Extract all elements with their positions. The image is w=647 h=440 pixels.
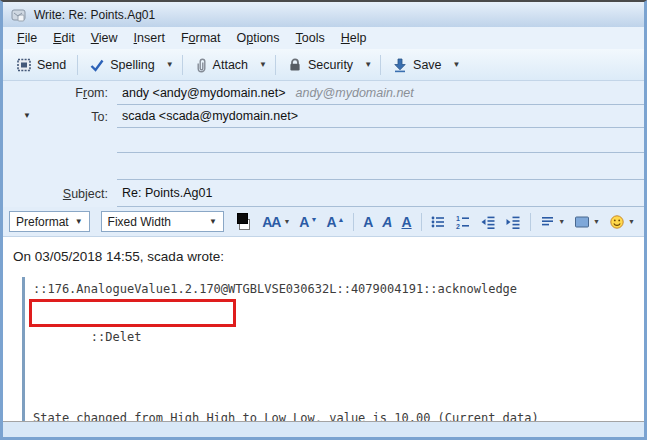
to-address: scada <scada@mydomain.net>: [122, 109, 298, 123]
label-part: F: [75, 86, 83, 100]
smaller-font-button[interactable]: A ▼: [296, 213, 320, 231]
address-type-dropdown[interactable]: ▼: [17, 109, 37, 122]
text-color-picker[interactable]: [237, 213, 250, 230]
outdent-button[interactable]: [477, 212, 499, 232]
attach-label: Attach: [213, 58, 248, 72]
red-annotation-box: [29, 299, 236, 327]
chevron-down-icon: ▼: [209, 217, 217, 226]
menu-file[interactable]: File: [9, 29, 45, 47]
save-dropdown-caret[interactable]: ▼: [449, 56, 465, 73]
toolbar-separator: [421, 213, 422, 231]
larger-font-button[interactable]: A ▲: [323, 213, 347, 231]
italic-icon: A: [382, 215, 392, 229]
menu-edit[interactable]: Edit: [45, 29, 83, 47]
insert-object-button[interactable]: ▼: [571, 213, 603, 231]
font-size-button[interactable]: AA ▼: [259, 213, 293, 231]
font-select[interactable]: Fixed Width ▼: [101, 211, 224, 232]
send-button[interactable]: Send: [9, 53, 73, 77]
menu-label-part: O: [236, 31, 246, 45]
italic-button[interactable]: A: [379, 213, 395, 231]
send-icon: [16, 57, 32, 73]
quoted-message: ::176.AnalogueValue1.2.170@WTGBLVSE03063…: [22, 277, 644, 421]
subject-row: Subject: Re: Points.Ag01: [3, 180, 644, 207]
subject-field[interactable]: Re: Points.Ag01: [117, 180, 644, 207]
svg-text:1: 1: [456, 215, 460, 222]
chevron-down-icon: ▼: [558, 218, 565, 225]
save-button[interactable]: Save: [385, 53, 449, 77]
attach-button[interactable]: Attach: [187, 53, 255, 77]
from-field[interactable]: andy <andy@mydomain.net> andy@mydomain.n…: [117, 81, 644, 105]
menu-label-mnemonic: E: [53, 31, 61, 45]
bullet-list-button[interactable]: [427, 212, 449, 232]
smaller-font-icon: A: [299, 215, 309, 229]
menu-insert[interactable]: Insert: [126, 29, 173, 47]
triangle-down-icon: ▼: [310, 216, 317, 223]
menu-label-part: ile: [25, 31, 38, 45]
chevron-down-icon: ▼: [283, 218, 290, 225]
menu-view[interactable]: View: [83, 29, 126, 47]
formatting-toolbar: Preformat ▼ Fixed Width ▼ AA ▼ A ▼ A ▲ A…: [3, 207, 644, 237]
toolbar-separator: [530, 213, 531, 231]
bold-button[interactable]: A: [360, 213, 376, 231]
align-text-icon: [540, 214, 555, 229]
smiley-button[interactable]: ▼: [606, 212, 638, 232]
spelling-button[interactable]: Spelling: [82, 53, 161, 77]
menu-options[interactable]: Options: [228, 29, 287, 47]
spelling-label: Spelling: [110, 58, 154, 72]
menu-label-part: elp: [350, 31, 367, 45]
compose-window: Write: Re: Points.Ag01 File Edit View In…: [0, 0, 647, 440]
menu-label-part: iew: [99, 31, 118, 45]
security-dropdown-caret[interactable]: ▼: [360, 56, 376, 73]
save-label: Save: [413, 58, 442, 72]
from-address: andy <andy@mydomain.net>: [122, 86, 285, 100]
menu-label-mnemonic: F: [17, 31, 25, 45]
from-row: From: andy <andy@mydomain.net> andy@mydo…: [3, 81, 644, 105]
save-arrow-icon: [392, 57, 408, 73]
numbered-list-button[interactable]: 1 2: [452, 212, 474, 232]
bold-icon: A: [363, 215, 373, 229]
quoted-line: ::176.AnalogueValue1.2.170@WTGBLVSE03063…: [33, 277, 644, 301]
reply-attribution-line: On 03/05/2018 14:55, scada wrote:: [13, 249, 644, 264]
smiley-icon: [609, 214, 625, 230]
from-label: From:: [3, 86, 117, 100]
svg-text:2: 2: [456, 222, 460, 229]
quoted-blank-line: [33, 397, 644, 406]
underline-icon: A: [401, 215, 411, 229]
message-body-editor[interactable]: On 03/05/2018 14:55, scada wrote: ::176.…: [3, 237, 644, 421]
larger-font-icon: A: [326, 215, 336, 229]
menu-label-mnemonic: V: [91, 31, 99, 45]
menu-tools[interactable]: Tools: [288, 29, 333, 47]
empty-address-row: [3, 128, 644, 153]
compose-toolbar: Send Spelling ▼ Attach ▼ Security ▼: [3, 49, 644, 81]
menu-bar: File Edit View Insert Format Options Too…: [3, 27, 644, 49]
label-part: ubject:: [71, 187, 108, 201]
menu-label-part: ools: [302, 31, 325, 45]
toolbar-separator: [275, 55, 276, 75]
bullet-list-icon: [430, 214, 446, 230]
quoted-line: State changed from High High to Low Low,…: [33, 406, 644, 421]
security-button[interactable]: Security: [280, 53, 360, 77]
indent-icon: [505, 214, 521, 230]
triangle-up-icon: ▲: [338, 216, 345, 223]
indent-button[interactable]: [502, 212, 524, 232]
empty-address-field[interactable]: [117, 128, 644, 153]
foreground-color-swatch: [237, 213, 248, 224]
status-bar: [3, 421, 644, 437]
empty-address-field[interactable]: [117, 153, 644, 180]
attach-dropdown-caret[interactable]: ▼: [255, 56, 271, 73]
toolbar-separator: [182, 55, 183, 75]
toolbar-separator: [77, 55, 78, 75]
empty-address-row: [3, 153, 644, 180]
paragraph-style-select[interactable]: Preformat ▼: [9, 211, 90, 232]
alignment-button[interactable]: ▼: [537, 212, 568, 231]
spelling-dropdown-caret[interactable]: ▼: [162, 56, 178, 73]
to-field[interactable]: scada <scada@mydomain.net>: [117, 105, 644, 128]
menu-format[interactable]: Format: [173, 29, 229, 47]
toolbar-separator: [353, 213, 354, 231]
font-size-icon: AA: [262, 215, 280, 229]
menu-help[interactable]: Help: [333, 29, 375, 47]
chevron-down-icon: ▼: [628, 218, 635, 225]
underline-button[interactable]: A: [398, 213, 414, 231]
title-bar: Write: Re: Points.Ag01: [3, 2, 644, 27]
font-value: Fixed Width: [108, 215, 171, 229]
